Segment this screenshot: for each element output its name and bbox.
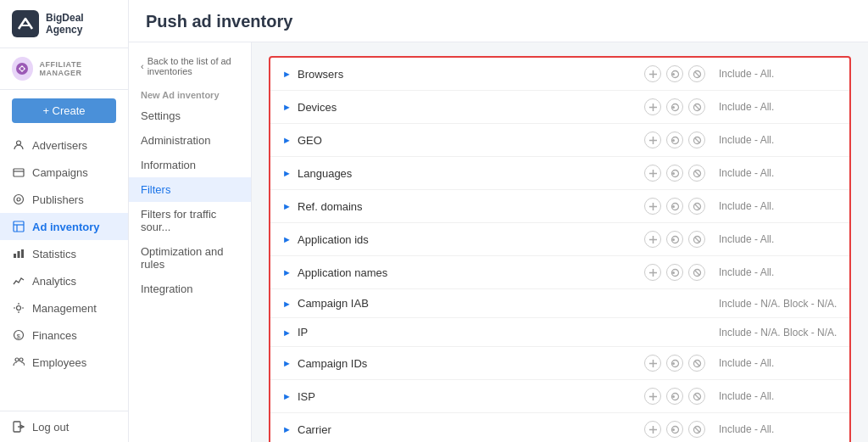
sidebar-item-ad-inventory[interactable]: Ad inventory (0, 213, 128, 240)
page-title: Push ad inventory (146, 12, 292, 31)
add-icon[interactable] (644, 198, 661, 215)
filter-name: Application names (294, 266, 644, 279)
filter-icons (644, 388, 705, 405)
filter-row: ► ISP Include - All. (270, 380, 849, 413)
row-chevron: ► (282, 234, 294, 244)
svg-point-23 (672, 73, 675, 76)
affiliate-label: AFFILIATE MANAGER (40, 60, 116, 77)
block-icon[interactable] (688, 231, 705, 248)
filter-status: Include - N/A. Block - N/A. (719, 327, 837, 338)
sub-nav-item-integration[interactable]: Integration (129, 277, 251, 301)
back-link[interactable]: ‹ Back to the list of ad inventories (129, 51, 251, 81)
sidebar-item-management[interactable]: Management (0, 294, 128, 322)
sub-nav-item-information[interactable]: Information (129, 153, 251, 177)
sub-nav-item-administration[interactable]: Administration (129, 128, 251, 153)
filter-icons (644, 421, 705, 438)
filter-name: Languages (294, 167, 644, 180)
toggle-icon[interactable] (666, 198, 683, 215)
sidebar-item-advertisers[interactable]: Advertisers (0, 131, 128, 159)
add-icon[interactable] (644, 421, 661, 438)
inventory-icon (12, 220, 25, 233)
logout-item[interactable]: Log out (0, 411, 128, 442)
sidebar-item-finances[interactable]: $ Finances (0, 322, 128, 349)
filter-icons (644, 98, 705, 115)
toggle-icon[interactable] (666, 131, 683, 148)
sidebar-item-label: Management (32, 302, 97, 315)
svg-line-49 (694, 204, 699, 209)
sub-nav-item-settings[interactable]: Settings (129, 104, 251, 128)
sub-nav-item-filters-traffic[interactable]: Filters for traffic sour... (129, 202, 251, 239)
sidebar-item-publishers[interactable]: Publishers (0, 186, 128, 213)
sidebar-item-label: Ad inventory (32, 221, 99, 233)
logo-text-line1: BigDeal (46, 12, 84, 24)
add-icon[interactable] (644, 131, 661, 148)
sub-nav-item-optimization[interactable]: Optimization and rules (129, 239, 251, 277)
sidebar-item-analytics[interactable]: Analytics (0, 267, 128, 294)
sub-nav-item-filters[interactable]: Filters (129, 177, 251, 202)
toggle-icon[interactable] (666, 98, 683, 115)
svg-point-6 (17, 198, 20, 201)
svg-point-29 (672, 106, 675, 109)
sidebar-item-employees[interactable]: Employees (0, 349, 128, 376)
finances-icon: $ (12, 328, 25, 342)
svg-line-67 (694, 361, 699, 366)
row-chevron: ► (282, 135, 294, 145)
add-icon[interactable] (644, 231, 661, 248)
filter-status: Include - All. (719, 357, 837, 369)
svg-point-53 (672, 238, 675, 241)
block-icon[interactable] (688, 388, 705, 405)
block-icon[interactable] (688, 165, 705, 182)
add-icon[interactable] (644, 65, 661, 82)
sidebar: BigDeal Agency AFFILIATE MANAGER + Creat… (0, 0, 129, 442)
toggle-icon[interactable] (666, 231, 683, 248)
add-icon[interactable] (644, 264, 661, 281)
block-icon[interactable] (688, 355, 705, 372)
toggle-icon[interactable] (666, 421, 683, 438)
svg-point-35 (672, 139, 675, 142)
add-icon[interactable] (644, 98, 661, 115)
block-icon[interactable] (688, 131, 705, 148)
toggle-icon[interactable] (666, 65, 683, 82)
filter-status: Include - All. (719, 101, 837, 113)
filter-name: Carrier (294, 423, 644, 436)
block-icon[interactable] (688, 98, 705, 115)
filter-icons (644, 65, 705, 82)
filter-icons (644, 264, 705, 281)
toggle-icon[interactable] (666, 388, 683, 405)
filter-icons (644, 355, 705, 372)
sidebar-item-label: Campaigns (32, 166, 88, 179)
block-icon[interactable] (688, 421, 705, 438)
svg-line-55 (694, 237, 699, 242)
filter-status: Include - All. (719, 68, 837, 80)
sub-nav: ‹ Back to the list of ad inventories New… (129, 42, 252, 442)
affiliate-section: AFFILIATE MANAGER (0, 48, 128, 90)
block-icon[interactable] (688, 198, 705, 215)
toggle-icon[interactable] (666, 355, 683, 372)
svg-line-79 (694, 427, 699, 432)
filter-status: Include - All. (719, 266, 837, 278)
block-icon[interactable] (688, 264, 705, 281)
add-icon[interactable] (644, 388, 661, 405)
svg-point-3 (17, 141, 21, 145)
sidebar-logo: BigDeal Agency (0, 0, 128, 48)
sidebar-item-label: Publishers (32, 193, 84, 206)
affiliate-svg (14, 61, 30, 76)
create-button[interactable]: + Create (12, 98, 116, 123)
add-icon[interactable] (644, 355, 661, 372)
sidebar-item-statistics[interactable]: Statistics (0, 240, 128, 267)
toggle-icon[interactable] (666, 165, 683, 182)
filter-status: Include - All. (719, 167, 837, 179)
add-icon[interactable] (644, 165, 661, 182)
filter-row: ► GEO Include - All. (270, 124, 849, 157)
filter-row: ► Application ids Include - All. (270, 223, 849, 256)
block-icon[interactable] (688, 65, 705, 82)
filter-row: ► Campaign IDs Include - All. (270, 347, 849, 380)
filter-status: Include - All. (719, 233, 837, 245)
toggle-icon[interactable] (666, 264, 683, 281)
logo-icon (12, 10, 39, 37)
filter-status: Include - All. (719, 390, 837, 402)
filter-status: Include - All. (719, 423, 837, 435)
sidebar-item-campaigns[interactable]: Campaigns (0, 159, 128, 186)
svg-rect-12 (21, 249, 24, 258)
svg-rect-4 (14, 169, 24, 176)
